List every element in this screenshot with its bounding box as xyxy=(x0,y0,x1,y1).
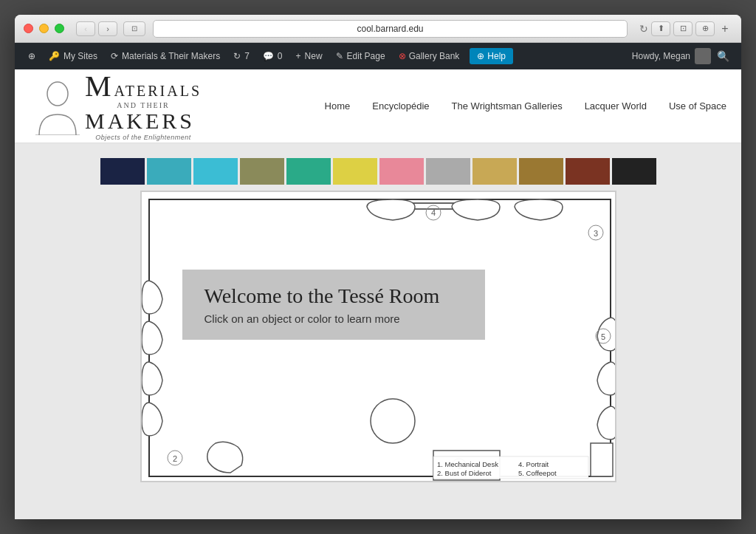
svg-text:5. Coffeepot: 5. Coffeepot xyxy=(518,469,557,477)
svg-text:2. Bust of Diderot: 2. Bust of Diderot xyxy=(437,469,492,477)
edit-icon: ✎ xyxy=(336,51,343,61)
edit-page-item[interactable]: ✎ Edit Page xyxy=(330,43,391,69)
search-button[interactable]: 🔍 xyxy=(712,50,734,62)
nav-lacquer[interactable]: Lacquer World xyxy=(585,100,647,112)
color-swatch-gray[interactable] xyxy=(426,158,470,185)
color-swatch-teal-dark[interactable] xyxy=(147,158,191,185)
nav-encyclopedie[interactable]: Encyclopédie xyxy=(372,100,429,112)
close-button[interactable] xyxy=(24,24,33,33)
gallery-bank-item[interactable]: ⊗ Gallery Bank xyxy=(393,51,466,61)
url-text: cool.barnard.edu xyxy=(357,24,423,34)
color-swatch-pink[interactable] xyxy=(379,158,424,185)
logo-image xyxy=(30,77,85,136)
svg-text:3: 3 xyxy=(593,229,597,238)
site-name-label: Materials & Their Makers xyxy=(122,51,220,61)
color-swatch-brown-gold[interactable] xyxy=(519,158,563,185)
welcome-subtitle: Click on an object or color to learn mor… xyxy=(205,312,463,325)
download-button[interactable]: ⊕ xyxy=(695,21,715,36)
new-icon: + xyxy=(296,51,301,61)
site-nav: Home Encyclopédie The Wrightsman Galleri… xyxy=(325,100,726,112)
color-swatch-gold[interactable] xyxy=(472,158,517,185)
comments-item[interactable]: 💬 0 xyxy=(257,43,289,69)
comments-count: 0 xyxy=(278,51,283,61)
svg-text:4. Portrait: 4. Portrait xyxy=(518,460,549,468)
my-sites-icon: 🔑 xyxy=(49,51,60,61)
browser-window: ‹ › ⊡ cool.barnard.edu ↻ ⬆ ⊡ ⊕ + ⊕ 🔑 My … xyxy=(15,15,741,519)
reload-button[interactable]: ↻ xyxy=(639,23,648,35)
howdy-text: Howdy, Megan xyxy=(632,51,690,61)
url-bar[interactable]: cool.barnard.edu xyxy=(153,20,628,38)
svg-text:2: 2 xyxy=(172,454,176,463)
wp-admin-bar: ⊕ 🔑 My Sites ⟳ Materials & Their Makers … xyxy=(15,43,741,69)
color-swatch-brown-dark[interactable] xyxy=(566,158,610,185)
logo-text: MATERIALS AND THEIR MAKERS Objects of th… xyxy=(85,72,202,141)
nav-use-of-space[interactable]: Use of Space xyxy=(669,100,726,112)
site-header: MATERIALS AND THEIR MAKERS Objects of th… xyxy=(15,69,741,143)
nav-wrightsman[interactable]: The Wrightsman Galleries xyxy=(452,100,563,112)
help-icon: ⊕ xyxy=(477,51,484,61)
nav-home[interactable]: Home xyxy=(325,100,351,112)
site-icon: ⟳ xyxy=(111,51,118,61)
title-bar: ‹ › ⊡ cool.barnard.edu ↻ ⬆ ⊡ ⊕ + xyxy=(15,15,741,43)
tab-button[interactable]: ⊡ xyxy=(123,21,145,36)
color-swatch-green[interactable] xyxy=(286,158,331,185)
edit-page-label: Edit Page xyxy=(347,51,385,61)
gallery-bank-label: Gallery Bank xyxy=(409,51,460,61)
minimize-button[interactable] xyxy=(39,24,49,33)
svg-rect-0 xyxy=(32,78,83,135)
gallery-bank-icon: ⊗ xyxy=(399,51,406,61)
my-sites-label: My Sites xyxy=(63,51,97,61)
help-button[interactable]: ⊕ Help xyxy=(470,48,513,64)
new-label: New xyxy=(305,51,323,61)
site-name-item[interactable]: ⟳ Materials & Their Makers xyxy=(105,43,226,69)
site-logo[interactable]: MATERIALS AND THEIR MAKERS Objects of th… xyxy=(30,72,202,141)
traffic-lights xyxy=(24,24,64,33)
nav-arrows: ‹ › xyxy=(76,21,117,36)
color-swatch-black[interactable] xyxy=(612,158,656,185)
color-swatch-olive[interactable] xyxy=(240,158,284,185)
welcome-overlay: Welcome to the Tessé Room Click on an ob… xyxy=(182,270,485,340)
svg-text:1. Mechanical Desk: 1. Mechanical Desk xyxy=(437,460,498,468)
new-item[interactable]: + New xyxy=(290,43,329,69)
svg-text:4: 4 xyxy=(430,208,435,217)
welcome-title: Welcome to the Tessé Room xyxy=(205,284,463,308)
back-button[interactable]: ‹ xyxy=(76,21,95,36)
help-label: Help xyxy=(487,51,506,61)
comments-icon: 💬 xyxy=(263,51,274,61)
main-content: Welcome to the Tessé Room Click on an ob… xyxy=(15,143,741,519)
color-swatch-cyan[interactable] xyxy=(193,158,238,185)
color-swatch-yellow[interactable] xyxy=(333,158,377,185)
color-swatches xyxy=(30,158,726,185)
fullscreen-button[interactable]: ⊡ xyxy=(673,21,693,36)
maximize-button[interactable] xyxy=(55,24,64,33)
updates-item[interactable]: ↻ 7 xyxy=(227,43,255,69)
new-tab-button[interactable]: + xyxy=(718,21,732,36)
share-button[interactable]: ⬆ xyxy=(651,21,670,36)
svg-rect-19 xyxy=(591,443,613,476)
room-floor-plan[interactable]: Welcome to the Tessé Room Click on an ob… xyxy=(140,191,616,482)
color-swatch-navy[interactable] xyxy=(100,158,145,185)
wp-logo-item[interactable]: ⊕ xyxy=(22,43,41,69)
updates-icon: ↻ xyxy=(233,51,241,61)
my-sites-item[interactable]: 🔑 My Sites xyxy=(43,43,103,69)
howdy-section: Howdy, Megan xyxy=(632,48,711,64)
site-content: MATERIALS AND THEIR MAKERS Objects of th… xyxy=(15,69,741,519)
svg-text:5: 5 xyxy=(600,332,605,341)
updates-count: 7 xyxy=(244,51,250,61)
forward-button[interactable]: › xyxy=(98,21,117,36)
svg-point-18 xyxy=(371,399,415,443)
wp-logo-icon: ⊕ xyxy=(28,51,35,61)
user-avatar xyxy=(695,48,711,64)
